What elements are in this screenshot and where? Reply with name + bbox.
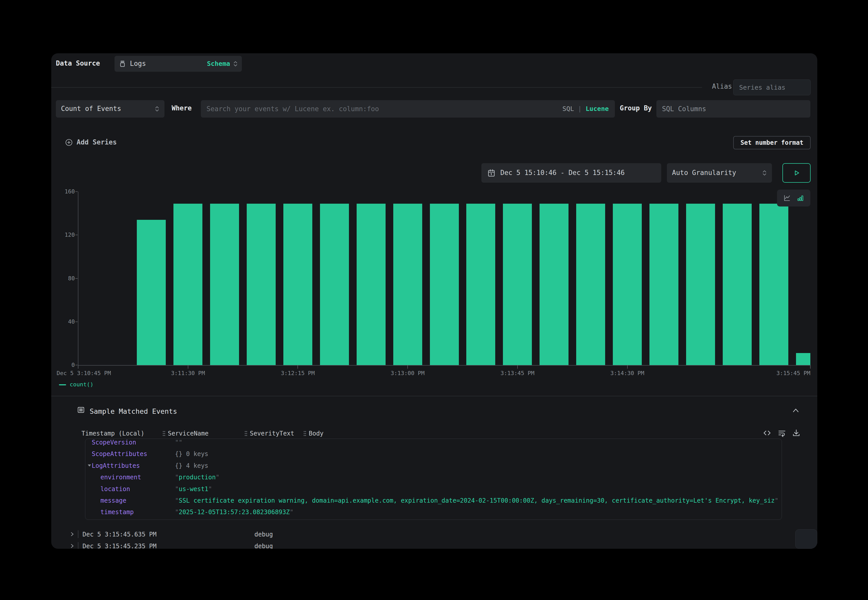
row-severity-indicator (78, 530, 79, 538)
detail-field-row[interactable]: LogAttributes{} 4 keys (85, 462, 782, 470)
column-header-servicename[interactable]: ServiceName (162, 430, 209, 437)
detail-field-key: environment (100, 474, 141, 481)
x-axis-tick (810, 365, 810, 369)
chart-plot-area[interactable] (78, 192, 810, 365)
detail-field-value: "2025-12-05T13:57:23.082306893Z" (175, 509, 293, 516)
column-header-label: Timestamp (Local) (82, 430, 144, 437)
detail-field-row[interactable]: timestamp"2025-12-05T13:57:23.082306893Z… (85, 508, 782, 517)
y-axis-tick-label: 0 (54, 362, 75, 368)
x-axis-line (78, 365, 810, 365)
y-axis-tick-label: 40 (54, 318, 75, 325)
detail-field-row[interactable]: ScopeAttributes{} 0 keys (85, 450, 782, 459)
event-severity: debug (254, 531, 273, 538)
event-row[interactable]: Dec 5 3:15:45.635 PMdebug (51, 530, 817, 539)
event-timestamp: Dec 5 3:15:45.635 PM (82, 531, 156, 538)
detail-field-row[interactable]: location"us-west1" (85, 485, 782, 494)
chart-bar (723, 204, 752, 365)
toggle-separator: | (578, 105, 582, 112)
data-source-schema-tag: Schema (207, 60, 230, 68)
detail-field-value: "" (175, 439, 182, 446)
scrollbar-corner[interactable] (795, 529, 817, 549)
detail-field-row[interactable]: environment"production" (85, 473, 782, 482)
detail-field-key: timestamp (100, 509, 134, 516)
detail-field-row[interactable]: message"SSL certificate expiration warni… (85, 497, 782, 505)
detail-field-value: {} 4 keys (175, 462, 208, 469)
bar-chart-icon[interactable] (797, 194, 804, 202)
search-input[interactable] (201, 100, 615, 118)
chart-bar (503, 204, 532, 365)
expand-row-chevron-icon[interactable] (69, 531, 75, 538)
line-chart-icon[interactable] (783, 194, 791, 202)
detail-field-row[interactable]: ScopeVersion"" (85, 439, 782, 447)
x-axis-tick-label: 3:14:30 PM (574, 370, 681, 376)
x-axis-tick (517, 365, 518, 369)
caret-down-icon[interactable] (88, 465, 91, 467)
data-source-select[interactable]: Logs Schema (115, 56, 242, 72)
chart-bar (686, 204, 715, 365)
wrap-text-icon[interactable] (777, 428, 786, 438)
column-header-timestamp-local-[interactable]: Timestamp (Local) (82, 430, 144, 437)
column-header-label: ServiceName (168, 430, 209, 437)
app-panel: Data Source Logs Schema Alias Count of E… (51, 53, 817, 549)
chevron-updown-icon (762, 170, 767, 176)
code-icon[interactable] (762, 428, 772, 438)
y-axis-tick-label: 120 (54, 232, 75, 238)
divider (51, 396, 817, 396)
chart-bar (137, 220, 166, 365)
query-language-toggle[interactable]: SQL | Lucene (562, 105, 609, 113)
divider (51, 87, 702, 88)
y-axis-tick-label: 160 (54, 188, 75, 195)
plus-circle-icon (65, 138, 73, 147)
y-axis-tick-label: 80 (54, 275, 75, 282)
aggregation-value: Count of Events (61, 105, 121, 113)
event-timestamp: Dec 5 3:15:45.235 PM (82, 542, 156, 549)
x-axis-tick (297, 365, 298, 369)
chart-bar (430, 204, 459, 365)
event-row[interactable]: Dec 5 3:15:45.235 PMdebug (51, 542, 817, 549)
alias-input[interactable] (733, 79, 810, 95)
x-axis-tick-label: 3:11:30 PM (134, 370, 242, 376)
play-icon (793, 169, 800, 177)
chart-bar (759, 204, 788, 365)
lucene-toggle-label[interactable]: Lucene (586, 105, 609, 112)
detail-field-key: ScopeAttributes (92, 450, 147, 458)
event-severity: debug (254, 542, 273, 549)
search-box: SQL | Lucene (201, 100, 615, 118)
time-range-picker[interactable]: Dec 5 15:10:46 - Dec 5 15:15:46 (482, 163, 661, 183)
expand-row-chevron-icon[interactable] (69, 542, 75, 549)
sql-toggle-label[interactable]: SQL (562, 105, 574, 112)
row-severity-indicator (78, 542, 79, 549)
list-icon (77, 406, 85, 414)
detail-field-value: "us-west1" (175, 485, 212, 492)
chart-bar (796, 353, 810, 365)
chart-bar (539, 204, 568, 365)
calendar-icon (487, 168, 496, 177)
chevron-updown-icon (155, 106, 159, 112)
column-header-severitytext[interactable]: SeverityText (244, 430, 294, 437)
chart-bar (650, 204, 679, 365)
data-source-value: Logs (130, 60, 146, 68)
x-axis-tick-label: Dec 5 3:10:45 PM (57, 370, 164, 376)
granularity-select[interactable]: Auto Granularity (667, 163, 772, 183)
x-axis-tick (627, 365, 628, 369)
chart-bar (210, 204, 239, 365)
drag-handle-icon[interactable] (244, 430, 248, 436)
chart-bar (613, 204, 642, 365)
download-icon[interactable] (792, 428, 801, 438)
collapse-section-button[interactable] (792, 408, 800, 414)
run-query-button[interactable] (782, 163, 810, 183)
alias-label: Alias (712, 82, 732, 91)
aggregation-select[interactable]: Count of Events (56, 100, 165, 118)
detail-field-key: message (100, 497, 126, 504)
column-header-body[interactable]: Body (303, 430, 324, 437)
granularity-value: Auto Granularity (672, 169, 736, 177)
x-axis-tick-label: 3:15:45 PM (703, 370, 810, 376)
where-label: Where (172, 104, 192, 112)
x-axis-tick (188, 365, 188, 369)
detail-field-value: "SSL certificate expiration warning, dom… (175, 497, 778, 504)
add-series-button[interactable]: Add Series (65, 138, 117, 147)
drag-handle-icon[interactable] (162, 430, 166, 436)
group-by-input[interactable] (656, 100, 810, 118)
set-number-format-button[interactable]: Set number format (733, 136, 810, 149)
drag-handle-icon[interactable] (303, 430, 307, 436)
